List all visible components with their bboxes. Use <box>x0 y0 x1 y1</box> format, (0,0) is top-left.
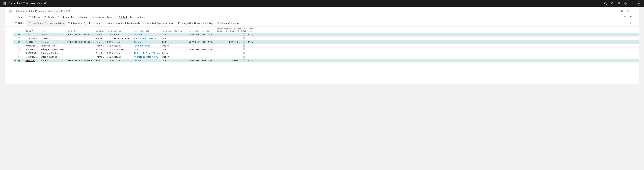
cell-couple-records[interactable] <box>242 44 246 47</box>
col-int-tbl-config-template[interactable]: Int. Tbl. ConfigTemplate Code <box>228 28 242 33</box>
cell-synch-filter[interactable]: 8/19/ <box>246 59 255 62</box>
cell-table-filter[interactable]: VERSION(1) SORTING(Field1) W… <box>66 59 95 62</box>
cell-integration-field[interactable]: User <box>133 48 161 51</box>
table-row[interactable]: SHIPPING …Shipping AgentFromIntegr…CDS A… <box>13 55 639 59</box>
search-action[interactable]: Search <box>13 14 27 20</box>
cell-integration-table[interactable]: CDS Account <box>106 44 133 47</box>
cell-name[interactable]: PAYMENT T… <box>24 44 40 47</box>
cell-table[interactable]: Customer <box>40 41 66 43</box>
col-name[interactable]: Name ↑ <box>24 30 40 33</box>
cell-name[interactable]: CUSTOMER <box>24 41 40 43</box>
row-select[interactable] <box>17 41 22 43</box>
cell-integration-table-filter[interactable]: VERSION(1) SORTING(Field1) W… <box>188 59 216 62</box>
cell-name[interactable]: SALESPEOP… <box>24 48 40 51</box>
row-select[interactable] <box>17 48 22 50</box>
table-row[interactable]: VENDORVendorVERSION(1) SORTING(Field1) W… <box>13 59 639 62</box>
notifications-icon[interactable] <box>609 0 616 7</box>
cell-integration-table[interactable]: CDS Systemuser <box>106 48 133 51</box>
uncoupling-menu[interactable]: Uncoupling <box>90 14 105 20</box>
col-synch-filter[interactable]: Synch.Filter <box>246 28 255 33</box>
row-select[interactable] <box>17 45 22 47</box>
cell-name[interactable]: SHIPMENT … <box>24 52 40 54</box>
cell-integration-field[interactable]: Contact <box>133 34 161 36</box>
cell-table[interactable]: Contact <box>40 34 66 36</box>
cell-integration-field[interactable]: Address 1: Shipping Method <box>133 56 161 58</box>
open-new-window-icon[interactable] <box>625 8 630 14</box>
mapping-menu[interactable]: Mapping <box>77 14 90 20</box>
cell-direction[interactable]: FromIntegr… <box>95 52 106 54</box>
row-select[interactable] <box>17 56 22 58</box>
cell-integration-table-filter[interactable]: VERSION(1) SORTING(Field1) W… <box>188 34 216 36</box>
cell-couple-records[interactable] <box>242 37 246 40</box>
cell-integration-table-filter[interactable]: VERSION(1) SORTING(Field1) W… <box>188 48 216 51</box>
cell-synch-filter[interactable]: 8/19/ <box>246 41 255 43</box>
cell-integration-field-type[interactable]: GUID <box>161 48 188 51</box>
cell-table[interactable]: Salesperson/Purchaser <box>40 48 66 51</box>
col-integration-table-filter[interactable]: Integration Table Filter <box>188 30 216 33</box>
cell-integration-field[interactable]: Account <box>133 59 161 62</box>
cell-int-tbl-config-template[interactable]: CDSVENDOR <box>228 59 242 62</box>
cell-couple-records[interactable] <box>242 34 246 36</box>
cell-couple-records[interactable] <box>242 59 246 62</box>
col-couple-records[interactable]: Cou...Rec... <box>242 28 246 33</box>
col-table-config-template[interactable]: Table ConfigTemplate Code <box>216 28 228 33</box>
cell-integration-field[interactable]: Account <box>133 41 161 43</box>
cell-direction[interactable]: Bidirectional <box>95 59 106 62</box>
select-all-radio[interactable] <box>18 31 20 33</box>
use-default-setup-action[interactable]: Use Default Sy...ization Setup <box>26 20 66 26</box>
cell-synch-filter[interactable]: 8/19/ <box>246 34 255 36</box>
cell-table[interactable]: Payment Terms <box>40 44 66 47</box>
table-row[interactable]: PAYMENT T…Payment TermsFromIntegr…CDS Ac… <box>13 44 639 48</box>
cell-integration-field[interactable]: Transaction Currency <box>133 37 161 40</box>
row-more-icon[interactable] <box>22 60 24 62</box>
cell-integration-table[interactable]: CDS Account <box>106 52 133 54</box>
help-icon[interactable] <box>629 0 636 7</box>
list-view-icon[interactable] <box>628 14 633 20</box>
filter-icon[interactable] <box>622 14 628 20</box>
edit-list-action[interactable]: Edit List <box>27 14 42 20</box>
cell-integration-field[interactable]: Payment Terms <box>133 44 161 47</box>
cell-integration-field-type[interactable]: GUID <box>161 34 188 36</box>
cell-table[interactable]: Shipment Method <box>40 52 66 54</box>
col-integration-field-type[interactable]: Integration Field Type <box>161 30 188 33</box>
collapse-icon[interactable] <box>631 8 636 14</box>
page-menu[interactable]: Page <box>105 14 114 20</box>
cell-table[interactable]: Vendor <box>40 59 66 62</box>
cell-integration-table[interactable]: CDS Transactioncurrency <box>106 37 133 40</box>
related-menu[interactable]: Related <box>117 14 128 20</box>
cell-integration-field-type[interactable]: GUID <box>161 37 188 40</box>
pin-icon[interactable] <box>628 22 633 24</box>
cell-integration-table-filter[interactable]: VERSION(1) SORTING(Field1) W… <box>188 41 216 43</box>
search-icon[interactable] <box>602 0 609 7</box>
cell-name[interactable]: CONTACT <box>24 34 40 36</box>
fewer-options-action[interactable]: Fewer options <box>128 14 147 20</box>
cell-direction[interactable]: FromIntegr… <box>95 48 106 51</box>
cell-table[interactable]: Shipping Agent <box>40 56 66 58</box>
cell-couple-records[interactable] <box>242 56 246 58</box>
cell-name[interactable]: CURRENCY <box>24 37 40 40</box>
cell-integration-field-type[interactable]: Option <box>161 44 188 47</box>
cell-integration-table[interactable]: CDS Account <box>106 59 133 62</box>
synch-log-action[interactable]: Integration Synch. Job Log <box>66 20 102 26</box>
delete-couplings-action[interactable]: Delete Couplings <box>215 20 241 26</box>
sync-modified-action[interactable]: Synchronize Modified Records <box>102 20 142 26</box>
cell-int-tbl-config-template[interactable]: CDSCUSTOME <box>228 41 242 43</box>
cell-integration-field-type[interactable]: Option <box>161 56 188 58</box>
col-integration-table[interactable]: Integration Table <box>106 30 133 33</box>
row-select[interactable] <box>17 34 22 36</box>
cell-direction[interactable]: ToIntegrati… <box>95 37 106 40</box>
cell-direction[interactable]: Bidirectional <box>95 34 106 36</box>
bookmark-icon[interactable] <box>620 8 624 14</box>
col-table-filter[interactable]: Table Filter <box>66 30 95 33</box>
cell-integration-field[interactable]: Address 1: Freight Terms <box>133 52 161 54</box>
col-direction[interactable]: Direction <box>95 30 106 33</box>
back-button[interactable] <box>8 8 13 13</box>
synchronization-menu[interactable]: Synchronization <box>56 14 77 20</box>
cell-couple-records[interactable] <box>242 41 246 44</box>
uncouple-log-action[interactable]: Integration Uncouple Job Log <box>176 20 215 26</box>
cell-integration-field-type[interactable]: GUID <box>161 59 188 62</box>
app-launcher-icon[interactable] <box>1 2 8 5</box>
cell-integration-field-type[interactable]: Option <box>161 52 188 54</box>
cell-integration-table[interactable]: CDS Account <box>106 41 133 43</box>
cell-integration-field-type[interactable]: GUID <box>161 41 188 43</box>
